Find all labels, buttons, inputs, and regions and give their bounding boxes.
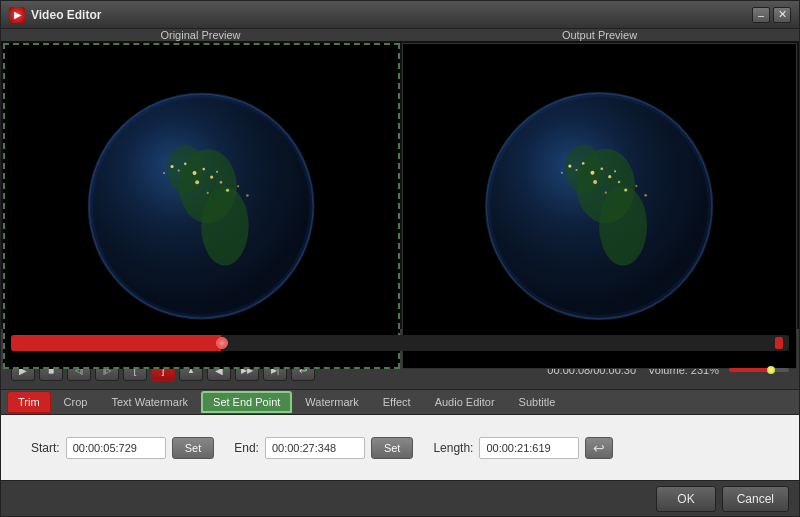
output-preview-panel: [402, 43, 797, 369]
length-input[interactable]: [479, 437, 579, 459]
set-start-button[interactable]: Set: [172, 437, 215, 459]
svg-point-18: [207, 192, 209, 194]
start-label: Start:: [31, 441, 60, 455]
volume-slider[interactable]: [729, 368, 789, 372]
original-preview-label: Original Preview: [1, 29, 400, 41]
svg-point-39: [594, 180, 598, 184]
start-marker[interactable]: [17, 337, 25, 349]
svg-point-6: [167, 145, 204, 193]
end-field-group: End: Set: [234, 437, 413, 459]
reset-button[interactable]: ↩: [585, 437, 613, 459]
svg-point-17: [226, 189, 229, 192]
tab-text-watermark[interactable]: Text Watermark: [100, 391, 199, 413]
start-input[interactable]: [66, 437, 166, 459]
svg-point-13: [171, 165, 174, 168]
svg-point-5: [202, 186, 250, 265]
tab-crop[interactable]: Crop: [53, 391, 99, 413]
tab-audio-editor[interactable]: Audio Editor: [424, 391, 506, 413]
svg-point-16: [220, 181, 223, 184]
title-bar: ▶ Video Editor – ✕: [1, 1, 799, 29]
svg-point-36: [576, 169, 578, 171]
output-preview-label: Output Preview: [400, 29, 799, 41]
svg-point-38: [561, 172, 563, 174]
start-field-group: Start: Set: [31, 437, 214, 459]
svg-point-30: [565, 145, 602, 193]
svg-point-10: [216, 171, 218, 173]
svg-point-8: [203, 168, 206, 171]
bottom-bar: OK Cancel: [1, 480, 799, 516]
tab-set-end-point[interactable]: Set End Point: [201, 391, 292, 413]
svg-point-11: [184, 163, 187, 166]
svg-point-32: [601, 168, 604, 171]
cancel-button[interactable]: Cancel: [722, 486, 789, 512]
tab-effect[interactable]: Effect: [372, 391, 422, 413]
svg-point-9: [210, 175, 213, 178]
app-icon: ▶: [9, 7, 25, 23]
svg-point-40: [618, 181, 621, 184]
svg-point-35: [582, 162, 585, 165]
trim-panel: Start: Set End: Set Length: ↩: [1, 415, 799, 480]
tab-watermark[interactable]: Watermark: [294, 391, 369, 413]
svg-point-19: [246, 194, 249, 197]
svg-point-43: [645, 194, 648, 197]
end-marker[interactable]: [775, 337, 783, 349]
svg-point-33: [609, 175, 612, 178]
svg-point-15: [196, 180, 200, 184]
svg-point-42: [605, 192, 607, 194]
progress-bar[interactable]: [11, 335, 789, 351]
set-end-button[interactable]: Set: [371, 437, 414, 459]
ok-button[interactable]: OK: [656, 486, 715, 512]
original-preview-panel: [3, 43, 400, 369]
svg-point-12: [178, 169, 180, 171]
svg-point-29: [600, 186, 648, 266]
preview-area: Original Preview Output Preview: [1, 29, 799, 329]
svg-point-37: [569, 165, 572, 168]
end-label: End:: [234, 441, 259, 455]
length-label: Length:: [433, 441, 473, 455]
svg-point-34: [614, 170, 616, 172]
svg-point-44: [636, 185, 638, 187]
minimize-button[interactable]: –: [752, 7, 770, 23]
end-input[interactable]: [265, 437, 365, 459]
tab-subtitle[interactable]: Subtitle: [508, 391, 567, 413]
svg-point-14: [163, 172, 165, 174]
svg-point-7: [193, 171, 197, 175]
svg-point-31: [591, 171, 595, 175]
svg-point-41: [624, 189, 627, 192]
length-field-group: Length: ↩: [433, 437, 613, 459]
tab-trim[interactable]: Trim: [7, 391, 51, 413]
close-button[interactable]: ✕: [773, 7, 791, 23]
app-title: Video Editor: [31, 8, 101, 22]
svg-point-20: [237, 185, 239, 187]
tabs-row: Trim Crop Text Watermark Set End Point W…: [1, 389, 799, 415]
progress-handle[interactable]: [216, 337, 228, 349]
